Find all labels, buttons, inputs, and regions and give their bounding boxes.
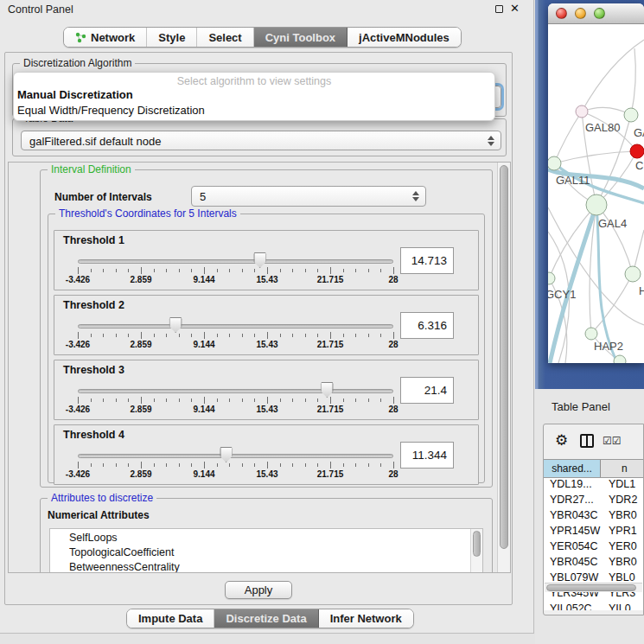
threshold-1-panel: Threshold 1 -3.4262.8599.14415.4321.7152… — [54, 230, 479, 290]
tab-infer-network[interactable]: Infer Network — [319, 609, 413, 628]
table-row[interactable]: YIL052CYIL0 — [544, 603, 643, 610]
close-icon[interactable]: ✕ — [510, 3, 520, 14]
table-data-value: galFiltered.sif default node — [29, 134, 161, 147]
slider-tick-labels: -3.4262.8599.14415.4321.71528 — [78, 340, 393, 350]
desktop-background: GAL80 GA C GAL11 GAL4 GCY1 H HAP2 — [535, 0, 644, 389]
slider-ticks — [78, 332, 393, 339]
scrollbar-thumb[interactable] — [546, 584, 636, 591]
table-horizontal-scrollbar[interactable] — [545, 583, 642, 592]
table-header-row: shared... n — [544, 459, 643, 478]
close-traffic-light-icon[interactable] — [556, 8, 567, 19]
interval-definition-group: Interval Definition Number of Intervals … — [40, 169, 493, 488]
number-of-intervals-label: Number of Intervals — [54, 191, 152, 203]
network-icon — [75, 32, 86, 43]
zoom-traffic-light-icon[interactable] — [594, 8, 605, 19]
slider-ticks — [78, 462, 393, 469]
list-scrollbar[interactable] — [470, 529, 482, 573]
svg-text:GCY1: GCY1 — [548, 288, 576, 301]
list-item[interactable]: BetweennessCentrality — [50, 560, 482, 573]
attributes-group-title: Attributes to discretize — [48, 492, 156, 504]
attributes-group: Attributes to discretize Numerical Attri… — [40, 498, 493, 573]
screen: Control Panel ✕ Network Style Select Cyn… — [0, 0, 644, 644]
threshold-4-value-field[interactable]: 11.344 — [400, 442, 454, 469]
network-node[interactable] — [576, 105, 588, 118]
threshold-2-slider[interactable]: -3.4262.8599.14415.4321.71528 — [78, 296, 393, 356]
column-header-name[interactable]: n — [601, 460, 643, 477]
slider-thumb[interactable] — [169, 317, 182, 333]
network-node[interactable] — [585, 328, 597, 340]
cyni-toolbox-panel: Discretization Algorithm Select algorith… — [4, 52, 513, 605]
table-data-group: Table Data galFiltered.sif default node — [12, 118, 507, 156]
float-window-icon[interactable] — [495, 5, 503, 13]
slider-track — [78, 454, 393, 458]
numerical-attributes-list[interactable]: SelfLoops TopologicalCoefficient Between… — [49, 528, 483, 573]
tab-style[interactable]: Style — [147, 28, 197, 47]
network-node[interactable] — [548, 156, 561, 170]
network-node[interactable] — [625, 266, 641, 282]
table-row[interactable]: YBR043CYBR0 — [544, 509, 643, 525]
svg-text:GAL4: GAL4 — [598, 217, 627, 230]
table-row[interactable]: YBR045CYBR0 — [544, 556, 643, 571]
svg-text:C: C — [635, 159, 643, 172]
network-node[interactable] — [614, 355, 626, 363]
discretization-algorithm-title: Discretization Algorithm — [20, 57, 135, 69]
slider-track — [78, 324, 393, 328]
network-window-titlebar[interactable] — [548, 3, 644, 24]
control-panel-titlebar: Control Panel ✕ — [0, 0, 533, 19]
column-header-shared-name[interactable]: shared... — [544, 460, 601, 477]
popup-option-equal-width-frequency[interactable]: Equal Width/Frequency Discretization — [14, 103, 494, 118]
popup-option-manual-discretization[interactable]: Manual Discretization — [14, 87, 494, 103]
list-item[interactable]: TopologicalCoefficient — [50, 545, 482, 560]
columns-icon[interactable] — [580, 434, 594, 448]
table-panel-title: Table Panel — [552, 400, 610, 413]
settings-scrollpane: Interval Definition Number of Intervals … — [8, 162, 511, 573]
interval-definition-title: Interval Definition — [48, 163, 135, 175]
svg-text:GAL80: GAL80 — [585, 121, 620, 134]
network-canvas[interactable]: GAL80 GA C GAL11 GAL4 GCY1 H HAP2 — [548, 24, 644, 363]
cyni-bottom-tabs: Impute Data Discretize Data Infer Networ… — [126, 609, 414, 628]
apply-button[interactable]: Apply — [225, 581, 292, 599]
slider-tick-labels: -3.4262.8599.14415.4321.71528 — [78, 275, 393, 285]
tab-jactivemnodules[interactable]: jActiveMNodules — [348, 28, 461, 47]
slider-thumb[interactable] — [220, 447, 233, 462]
slider-thumb[interactable] — [253, 252, 266, 268]
slider-tick-labels: -3.4262.8599.14415.4321.71528 — [78, 405, 393, 415]
table-row[interactable]: YDL19...YDL1 — [544, 478, 643, 494]
scrollbar-thumb[interactable] — [500, 165, 508, 549]
threshold-1-slider[interactable]: -3.4262.8599.14415.4321.71528 — [78, 231, 393, 291]
number-of-intervals-combobox[interactable]: 5 — [191, 186, 426, 207]
table-row[interactable]: YPR145WYPR1 — [544, 525, 643, 540]
threshold-coordinates-group: Threshold's Coordinates for 5 Intervals … — [48, 214, 485, 483]
table-data-combobox[interactable]: galFiltered.sif default node — [21, 131, 501, 150]
tab-discretize-data[interactable]: Discretize Data — [214, 609, 318, 628]
list-item[interactable]: SelfLoops — [50, 529, 482, 545]
gear-icon[interactable]: ⚙ — [555, 431, 568, 450]
table-toolbar: ⚙ ☑☑ — [544, 424, 643, 459]
tab-impute-data[interactable]: Impute Data — [127, 609, 214, 628]
threshold-1-value-field[interactable]: 14.713 — [400, 247, 454, 274]
threshold-3-panel: Threshold 3 -3.4262.8599.14415.4321.7152… — [54, 360, 479, 420]
threshold-3-value-field[interactable]: 21.4 — [400, 377, 454, 404]
network-node-gal4[interactable] — [586, 194, 607, 215]
tab-network[interactable]: Network — [64, 28, 147, 47]
window-title: Control Panel — [8, 3, 73, 16]
network-node[interactable] — [624, 108, 638, 122]
tab-cyni-toolbox[interactable]: Cyni Toolbox — [254, 28, 348, 47]
table-row[interactable]: YDR27...YDR2 — [544, 494, 643, 509]
slider-tick-labels: -3.4262.8599.14415.4321.71528 — [78, 469, 393, 480]
network-node[interactable] — [548, 272, 555, 284]
settings-scrollbar[interactable] — [497, 163, 510, 572]
network-view-window: GAL80 GA C GAL11 GAL4 GCY1 H HAP2 — [548, 3, 644, 363]
tab-select[interactable]: Select — [197, 28, 253, 47]
select-columns-icon[interactable]: ☑☑ — [603, 435, 622, 447]
threshold-4-slider[interactable]: -3.4262.8599.14415.4321.71528 — [78, 425, 393, 486]
svg-text:GA: GA — [634, 126, 644, 139]
threshold-3-slider[interactable]: -3.4262.8599.14415.4321.71528 — [78, 360, 393, 421]
minimize-traffic-light-icon[interactable] — [575, 8, 586, 19]
network-node-selected[interactable] — [630, 144, 644, 158]
svg-text:GAL11: GAL11 — [556, 174, 590, 187]
threshold-2-value-field[interactable]: 6.316 — [400, 312, 454, 339]
threshold-coordinates-title: Threshold's Coordinates for 5 Intervals — [55, 207, 240, 220]
table-row[interactable]: YER054CYER0 — [544, 540, 643, 556]
slider-thumb[interactable] — [321, 382, 334, 398]
